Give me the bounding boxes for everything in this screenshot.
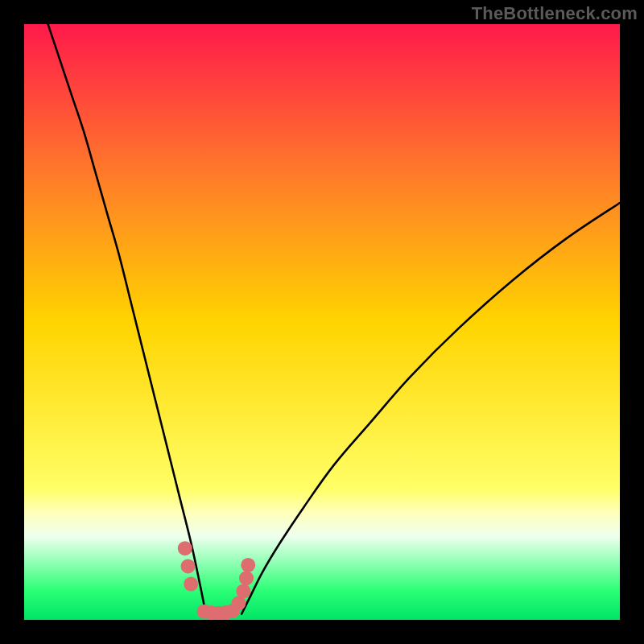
plot-area [24, 24, 620, 620]
dot [181, 559, 196, 573]
bottom-dot-cluster [178, 541, 255, 620]
dot [241, 558, 255, 572]
chart-frame: TheBottleneck.com [0, 0, 644, 644]
dot [184, 577, 198, 592]
curve-layer [24, 24, 620, 620]
right-curve [242, 203, 620, 614]
dot [236, 584, 250, 598]
dot [178, 541, 192, 555]
left-curve [48, 24, 206, 614]
attribution-label: TheBottleneck.com [472, 3, 638, 24]
dot [239, 571, 254, 585]
